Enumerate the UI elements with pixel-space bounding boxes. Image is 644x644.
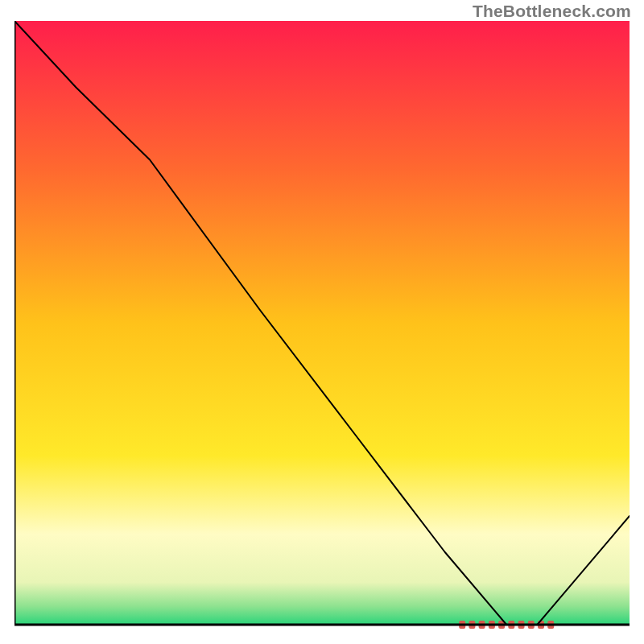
bottleneck-chart (14, 21, 630, 630)
watermark-text: TheBottleneck.com (473, 2, 631, 21)
gradient-background (14, 21, 630, 625)
chart-container (14, 21, 630, 630)
